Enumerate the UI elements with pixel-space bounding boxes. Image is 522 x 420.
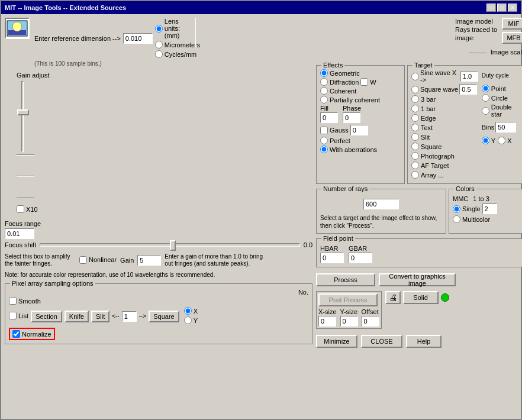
x-target-radio[interactable] [498,137,505,144]
x10-checkbox[interactable] [17,205,24,213]
af-target-radio[interactable] [411,161,419,169]
point-radio[interactable] [482,85,489,92]
hbar-col: HBAR [320,245,344,263]
af-target-row: AF Target [411,161,478,169]
numrays-input[interactable] [363,199,399,209]
close-button2[interactable]: CLOSE [361,335,402,348]
fill-input[interactable] [320,112,338,123]
diffraction-row: Diffraction W [320,78,401,86]
cycles-mm-row: Cycles/mm [155,50,191,58]
three-bar-radio[interactable] [411,95,419,103]
gauss-checkbox[interactable] [320,127,328,134]
post-process-button[interactable]: Post Process [318,293,378,306]
close-button[interactable]: ✕ [508,4,517,12]
offset-input[interactable] [362,316,379,327]
fainter-col: Select this box to amplify the fainter f… [5,253,76,267]
y-target-radio[interactable] [482,137,489,144]
xy-radios: X Y [184,307,198,325]
focus-shift-slider[interactable] [40,243,300,247]
edge-radio[interactable] [411,114,419,122]
lens-units-mm-radio[interactable] [155,25,163,33]
micrometers-radio[interactable] [155,41,163,49]
mif-button[interactable]: MIF [502,18,522,30]
smooth-checkbox[interactable] [9,297,17,305]
phase-label: Phase [343,105,361,112]
photograph-radio[interactable] [411,152,419,160]
double-star-label: Double star [491,104,521,118]
maximize-button[interactable]: □ [497,4,507,12]
sine-wave-row: Sine wave X -> [411,69,478,83]
nonlinear-checkbox[interactable] [79,256,87,264]
solid-button[interactable]: Solid [403,291,439,304]
square-button[interactable]: Square [149,311,179,322]
ref-dim-input[interactable] [123,33,153,44]
title-bar: MIT -- Image Tools -- Extended Sources —… [1,1,521,14]
ysize-input[interactable] [340,316,358,327]
gauss-input[interactable] [350,125,368,135]
y-radio[interactable] [184,316,192,324]
vertical-slider[interactable] [17,81,28,152]
ref-dim-row: Enter reference dimension --> Lens units… [34,18,191,59]
xsize-input[interactable] [318,316,336,327]
focus-range-input[interactable] [5,228,34,239]
vslider-thumb[interactable] [17,109,29,115]
square-wave-radio[interactable] [411,86,419,93]
process-button[interactable]: Process [316,273,375,286]
hbar-input[interactable] [320,253,344,263]
minimize-button2[interactable]: Minimize [316,335,357,348]
single-radio[interactable] [453,205,460,213]
coherent-radio[interactable] [320,87,328,95]
mmc-row: MMC 1 to 3 [453,195,521,202]
cycles-mm-radio[interactable] [155,50,163,58]
multicolor-radio[interactable] [453,215,460,223]
with-aberrations-radio[interactable] [320,146,328,153]
list-checkbox[interactable] [9,312,17,319]
diffraction-radio[interactable] [320,78,328,86]
slit-radio[interactable] [411,133,419,141]
img-scale-sep [469,53,486,53]
no-input[interactable] [122,311,137,322]
image-model-section: Image model Rays traced to image: MIF MF… [316,18,522,44]
square-radio[interactable] [411,143,419,150]
geometric-radio[interactable] [320,69,328,77]
section-button[interactable]: Section [31,311,62,322]
sine-wave-radio[interactable] [411,73,419,80]
xsize-label: X-size [318,308,337,315]
square-wave-input[interactable] [459,84,477,95]
knife-button[interactable]: Knife [65,311,89,322]
target-panel: Target Sine wave X -> Square [407,65,522,184]
single-input[interactable] [482,203,497,214]
w-checkbox[interactable] [360,78,368,86]
normalize-label: Normalize [22,331,51,338]
perfect-row: Perfect [320,137,401,144]
minimize-button[interactable]: — [486,4,496,12]
lens-units-mm-row: Lens units: (mm) [155,18,191,39]
w-label: W [370,79,376,86]
convert-button[interactable]: Convert to graphics image [379,273,456,286]
array-radio[interactable] [411,171,419,179]
circle-radio[interactable] [482,94,489,102]
partially-coherent-radio[interactable] [320,96,328,104]
phase-input[interactable] [343,112,360,123]
help-button[interactable]: Help [406,335,442,348]
normalize-checkbox[interactable] [12,330,20,338]
x-radio[interactable] [184,307,192,315]
hslider-thumb[interactable] [170,240,176,251]
numrays-input-row [320,199,442,209]
text-radio[interactable] [411,124,419,131]
sine-wave-input[interactable] [460,71,478,82]
slit-button[interactable]: Slit [91,311,109,322]
mfb-button[interactable]: MFB [502,32,522,44]
perfect-radio[interactable] [320,137,328,144]
bins-input[interactable] [495,122,516,133]
printer-button[interactable]: 🖨 [385,291,401,304]
one-bar-radio[interactable] [411,105,419,112]
fieldpoint-inputs: HBAR GBAR [320,245,521,263]
lens-units-section: Lens units: (mm) Micrometers Cycles/mm [155,18,191,59]
bins-label: Bins [482,124,494,131]
lens-units-mm-label: Lens units: (mm) [165,18,191,39]
gbar-input[interactable] [349,253,372,263]
slit-label: Slit [421,134,430,141]
double-star-radio[interactable] [482,107,489,115]
gain-input[interactable] [137,255,161,266]
